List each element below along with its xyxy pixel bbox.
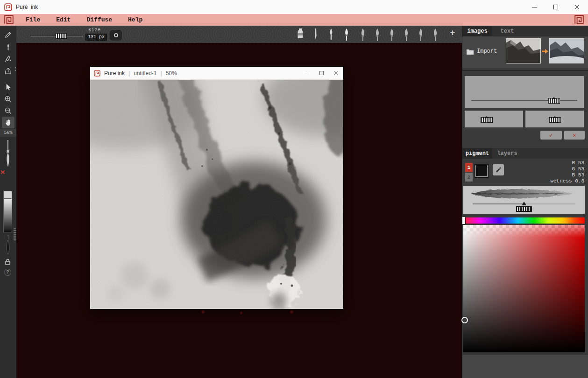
size-label: size [88, 27, 100, 33]
tab-layers[interactable]: layers [492, 148, 522, 159]
brush-preset-6[interactable] [428, 27, 442, 42]
tool-sidebar: 50% ? [0, 26, 16, 378]
maximize-icon [553, 5, 558, 9]
pen-sample-tool-button[interactable] [2, 53, 14, 65]
brush-icon [4, 42, 13, 51]
lock-icon[interactable] [4, 258, 12, 266]
diffuse-param-box-1 [465, 111, 523, 127]
ornament-right-icon [574, 14, 584, 25]
ink-painting-canvas[interactable] [90, 80, 343, 309]
ink-brush-dark-icon[interactable] [3, 235, 13, 255]
diffuse-preview-box [465, 76, 584, 108]
document-titlebar[interactable]: Pure ink | untitled-1 | 50% [90, 67, 343, 80]
menu-file[interactable]: File [26, 16, 40, 23]
blue-value: B 53 [550, 172, 584, 178]
tab-text[interactable]: text [492, 26, 522, 36]
minimize-button[interactable] [524, 0, 545, 14]
document-window-controls [300, 67, 343, 79]
brush-tip-preview-button[interactable] [110, 30, 122, 41]
marker-x-icon [0, 170, 5, 175]
document-window: Pure ink | untitled-1 | 50% [90, 67, 343, 309]
workspace-background: Pure ink | untitled-1 | 50% [16, 43, 462, 378]
panel-divider [462, 70, 588, 71]
color-slot-2[interactable]: 2 [465, 173, 473, 182]
ink-bottle-brush-button[interactable] [293, 27, 307, 42]
saturation-value-picker[interactable] [463, 225, 585, 352]
brush-preset-4[interactable] [399, 27, 413, 42]
document-close-button[interactable] [329, 67, 343, 79]
ink-brush-icon [342, 28, 351, 42]
ramp-light-swatch[interactable] [3, 191, 12, 199]
saturation-value-gradient [463, 225, 585, 352]
hue-slider-marker[interactable] [462, 217, 466, 224]
right-panel: images text Import [462, 26, 588, 378]
color-slot-1[interactable]: 1 [465, 163, 473, 172]
document-app-name: Pure ink [104, 70, 125, 77]
help-button[interactable]: ? [4, 269, 11, 276]
menu-help[interactable]: Help [128, 16, 142, 23]
size-slider-handle[interactable] [56, 33, 67, 39]
diffuse-param-handle-1[interactable] [481, 117, 493, 123]
result-image-thumbnail[interactable] [549, 38, 584, 63]
gray-ramp-selector[interactable] [3, 191, 12, 232]
diffuse-param-box-2 [525, 111, 584, 127]
window-title: Pure_ink [16, 4, 38, 10]
eyedropper-button[interactable] [493, 164, 504, 175]
nib-pen-brush-button[interactable] [324, 27, 338, 42]
export-tool-button[interactable] [2, 65, 14, 77]
brush-preset-5[interactable] [414, 27, 427, 42]
pencil-tool-button[interactable] [2, 29, 14, 41]
wetness-slider-handle[interactable] [516, 206, 532, 212]
close-button[interactable] [567, 0, 588, 14]
diffuse-slider-handle[interactable] [548, 98, 560, 104]
source-image-thumbnail[interactable] [506, 38, 541, 63]
brush-size-slider[interactable] [4, 139, 12, 168]
maximize-icon [319, 71, 324, 75]
brush-stroke-preview-panel [463, 186, 585, 214]
active-brush-group [293, 27, 354, 42]
brush-tool-button[interactable] [2, 41, 14, 53]
brush-preset-group [356, 27, 442, 42]
import-section: Import [462, 36, 588, 68]
brush-preset-3[interactable] [385, 27, 398, 42]
diffuse-param-handle-2[interactable] [549, 117, 561, 123]
color-picker-cursor[interactable] [461, 317, 468, 323]
images-text-tabbar: images text [462, 26, 588, 36]
zoom-in-tool-button[interactable] [2, 93, 14, 105]
import-button[interactable]: Import [466, 48, 497, 55]
brush-preset-1[interactable] [356, 27, 369, 42]
select-tool-button[interactable] [2, 81, 14, 93]
add-brush-button[interactable]: + [447, 28, 458, 38]
zoom-level-indicator: 50% [0, 129, 16, 137]
tab-pigment[interactable]: pigment [462, 148, 492, 159]
cancel-button[interactable]: ✕ [564, 131, 585, 140]
document-minimize-button[interactable] [300, 67, 314, 79]
size-value-field[interactable]: 131 px [85, 34, 107, 41]
maximize-button[interactable] [545, 0, 567, 14]
color-values: R 53 G 53 B 53 wetness 0.8 [550, 160, 584, 184]
brush-preset-icon [358, 28, 368, 42]
thumbnail-image [506, 39, 540, 63]
hue-slider[interactable] [463, 217, 585, 224]
menu-edit[interactable]: Edit [56, 16, 71, 23]
confirm-button[interactable]: ✓ [540, 131, 562, 140]
pigment-panel: 1 2 R 53 G 53 B 53 wetness 0.8 [462, 159, 588, 355]
menubar: File Edit Diffuse Help [0, 14, 588, 26]
zoom-out-tool-button[interactable] [2, 105, 14, 117]
document-maximize-button[interactable] [314, 67, 329, 79]
document-zoom: 50% [166, 70, 177, 77]
minimize-icon [532, 7, 537, 7]
menu-diffuse[interactable]: Diffuse [86, 16, 112, 23]
document-logo-icon [94, 70, 100, 77]
canvas-ornament-icon [290, 310, 294, 314]
ramp-gradient[interactable] [3, 199, 12, 232]
fine-pen-icon [311, 28, 320, 42]
ink-brush-button[interactable] [339, 27, 354, 42]
fine-pen-brush-button[interactable] [308, 27, 323, 42]
current-color-swatch[interactable] [474, 163, 489, 178]
diffuse-slider-track[interactable] [471, 100, 577, 101]
green-value: G 53 [550, 166, 584, 172]
hand-tool-button[interactable] [2, 117, 14, 128]
brush-preset-2[interactable] [370, 27, 384, 42]
tab-images[interactable]: images [462, 26, 492, 36]
